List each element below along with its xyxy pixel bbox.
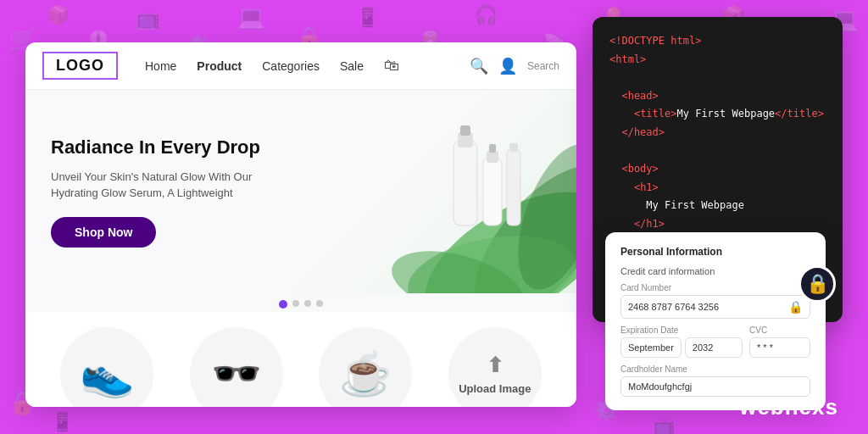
code-line-9: <h1> bbox=[609, 179, 826, 198]
svg-rect-5 bbox=[453, 141, 477, 225]
ecommerce-card: LOGO Home Product Categories Sale 🛍 🔍 👤 … bbox=[25, 42, 576, 407]
svg-rect-12 bbox=[509, 143, 518, 152]
lock-badge: 🔒 bbox=[798, 265, 836, 303]
code-line-11: </h1> bbox=[609, 215, 826, 234]
svg-rect-11 bbox=[507, 149, 520, 225]
card-number-row: 2468 8787 6764 3256 🔒 bbox=[620, 295, 810, 319]
expiry-label: Expiration Date bbox=[620, 326, 743, 335]
logo: LOGO bbox=[42, 52, 118, 80]
card-lock-icon: 🔒 bbox=[788, 300, 803, 314]
cvc-group: CVC * * * bbox=[749, 326, 810, 358]
search-text: Search bbox=[527, 60, 559, 72]
brand-name: webnexs bbox=[739, 394, 838, 420]
navbar: LOGO Home Product Categories Sale 🛍 🔍 👤 … bbox=[25, 42, 576, 90]
cvc-label: CVC bbox=[749, 326, 810, 335]
lock-icon: 🔒 bbox=[806, 273, 829, 295]
upload-image-button[interactable]: ⬆ Upload Image bbox=[448, 327, 542, 407]
user-icon[interactable]: 👤 bbox=[498, 57, 517, 75]
hero-title: Radiance In Every Drop bbox=[51, 136, 271, 160]
code-line-6: </head> bbox=[609, 124, 826, 142]
nav-product[interactable]: Product bbox=[197, 59, 242, 73]
code-line-1: <!DOCTYPE html> bbox=[609, 32, 826, 51]
hero-image bbox=[288, 90, 576, 293]
code-line-2: <html> bbox=[609, 51, 826, 70]
dot-2[interactable] bbox=[292, 300, 299, 307]
carousel-dots bbox=[25, 293, 576, 312]
dot-3[interactable] bbox=[304, 300, 311, 307]
nav-home[interactable]: Home bbox=[145, 59, 176, 73]
upload-icon: ⬆ bbox=[487, 353, 504, 377]
hero-section: Radiance In Every Drop Unveil Your Skin'… bbox=[25, 90, 576, 293]
svg-rect-9 bbox=[487, 151, 498, 163]
hero-content: Radiance In Every Drop Unveil Your Skin'… bbox=[25, 110, 297, 273]
code-line-8: <body> bbox=[609, 160, 826, 179]
shop-now-button[interactable]: Shop Now bbox=[51, 217, 156, 248]
svg-rect-7 bbox=[460, 125, 470, 136]
products-row: 👟 🕶️ ☕ ⬆ Upload Image bbox=[25, 312, 576, 407]
dot-4[interactable] bbox=[316, 300, 323, 307]
nav-icons: 🔍 👤 Search bbox=[470, 57, 559, 75]
cvc-input[interactable]: * * * bbox=[749, 337, 810, 358]
product-sunglasses[interactable]: 🕶️ bbox=[190, 327, 283, 407]
info-card-title: Personal Information bbox=[620, 246, 810, 258]
nav-categories[interactable]: Categories bbox=[262, 59, 320, 73]
upload-label: Upload Image bbox=[459, 382, 531, 395]
dot-1[interactable] bbox=[279, 300, 287, 309]
expiry-group: Expiration Date September 2032 bbox=[620, 326, 743, 358]
svg-rect-8 bbox=[483, 158, 502, 225]
card-number-label: Card Number bbox=[620, 283, 810, 292]
svg-rect-10 bbox=[489, 144, 496, 153]
credit-section-label: Credit card information bbox=[620, 266, 810, 276]
product-sneakers[interactable]: 👟 bbox=[60, 327, 153, 407]
nav-sale[interactable]: Sale bbox=[340, 59, 364, 73]
hero-subtitle: Unveil Your Skin's Natural Glow With Our… bbox=[51, 169, 271, 202]
expiry-cvc-row: Expiration Date September 2032 CVC * * * bbox=[620, 326, 810, 358]
cart-icon[interactable]: 🛍 bbox=[384, 57, 399, 75]
code-line-3 bbox=[609, 69, 826, 87]
cardholder-label: Cardholder Name bbox=[620, 364, 810, 374]
code-line-5: <title>My First Webpage</title> bbox=[609, 105, 826, 124]
code-line-7 bbox=[609, 142, 826, 161]
product-mug[interactable]: ☕ bbox=[319, 327, 412, 407]
search-icon[interactable]: 🔍 bbox=[470, 57, 488, 75]
expiry-year-input[interactable]: 2032 bbox=[685, 337, 743, 358]
expiry-inputs: September 2032 bbox=[620, 337, 743, 358]
code-line-4: <head> bbox=[609, 87, 826, 106]
expiry-month-input[interactable]: September bbox=[620, 337, 682, 358]
code-line-10: My First Webpage bbox=[609, 197, 826, 215]
card-number-value: 2468 8787 6764 3256 bbox=[628, 302, 719, 312]
personal-info-card: Personal Information Credit card informa… bbox=[605, 232, 826, 410]
